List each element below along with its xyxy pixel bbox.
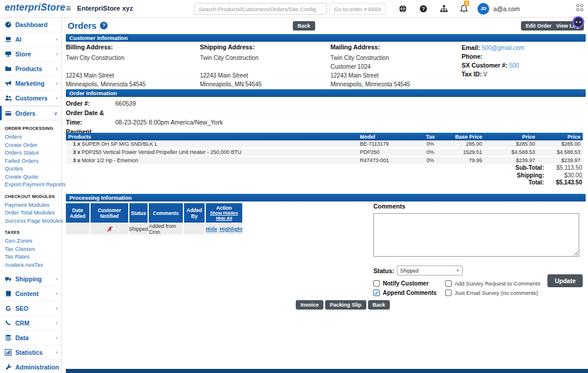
sidebar-item-ai[interactable]: AI ›: [0, 32, 61, 47]
notifications-bell-icon[interactable]: [460, 5, 468, 13]
bar-chart-icon: [5, 349, 12, 356]
hide-link[interactable]: Hide: [206, 226, 218, 232]
select-arrow-icon: ▾: [457, 268, 459, 273]
edit-order-button[interactable]: Edit Order: [521, 21, 556, 31]
sidebar-link-orders[interactable]: Orders: [0, 133, 61, 141]
customer-email-link[interactable]: 500@gmail.com: [482, 45, 524, 51]
sidebar-item-store[interactable]: Store ›: [0, 47, 61, 62]
sidebar-link-success-page-modules[interactable]: Success Page Modules: [0, 217, 61, 225]
shipping-line: 12243 Main Street: [200, 71, 330, 80]
sidebar-item-seo[interactable]: G SEO ›: [0, 301, 61, 316]
sidebar-item-label: Data: [15, 334, 55, 341]
processing-table-row: ✗ Shipped Added from Cron Hide Highlight: [66, 224, 243, 234]
app-logo[interactable]: enterpriStore: [5, 2, 65, 13]
sidebar-item-customers[interactable]: Customers ›: [0, 91, 61, 106]
update-button[interactable]: Update: [547, 274, 583, 287]
add-survey-request-checkbox[interactable]: [445, 280, 452, 287]
highlight-link[interactable]: Highlight: [219, 226, 242, 232]
product-total: $4,588.53: [536, 149, 583, 155]
sidebar-item-label: Marketing: [15, 80, 55, 87]
sidebar-item-orders[interactable]: Orders ∨: [0, 106, 61, 120]
product-model: PDP250: [360, 149, 416, 155]
sidebar-item-shipping[interactable]: Shipping ›: [0, 272, 61, 287]
sidebar-link-create-quote[interactable]: Create Quote: [0, 173, 61, 181]
comments-textarea[interactable]: [373, 213, 579, 257]
hamburger-menu-icon[interactable]: ≡: [66, 3, 71, 13]
notify-customer-checkbox[interactable]: [373, 280, 380, 287]
col-added-by: Added By: [184, 203, 206, 223]
user-avatar[interactable]: JD: [477, 3, 489, 15]
append-comments-checkbox[interactable]: [373, 290, 380, 296]
col-price-total: Price: [536, 134, 583, 140]
svg-text:G: G: [6, 305, 11, 312]
sidebar-item-label: CRM: [15, 320, 55, 327]
sidebar-link-orders-status[interactable]: Orders Status: [0, 149, 61, 157]
billing-line: Twin City Construction: [66, 53, 200, 62]
sx-customer-label: SX Customer #:: [462, 62, 507, 69]
mailing-line: 12243 Main Street: [330, 71, 462, 80]
globe-icon[interactable]: [399, 5, 407, 13]
sidebar-item-marketing[interactable]: Marketing ›: [0, 76, 61, 91]
sidebar-item-dashboard[interactable]: Dashboard: [0, 18, 61, 32]
processing-table: Date Added Customer Notified Status Comm…: [66, 203, 243, 234]
product-total: $285.00: [536, 141, 583, 147]
goto-order-input[interactable]: [329, 3, 386, 15]
just-email-survey-checkbox[interactable]: [445, 290, 452, 296]
chevron-right-icon: ›: [56, 36, 58, 42]
product-name: SUPER DH SP M/G SND/BLK L: [82, 141, 158, 147]
product-qty: 1 x: [73, 141, 81, 147]
sidebar-link-order-total-modules[interactable]: Order Total Modules: [0, 209, 61, 217]
back-button-top[interactable]: Back: [293, 21, 315, 31]
sidebar-link-avalara-avatax[interactable]: Avalara AvaTax: [0, 261, 61, 269]
shipping-line: Twin City Construction: [200, 53, 330, 62]
sidebar-section-title: ORDER PROCESSING: [0, 120, 61, 133]
help-icon[interactable]: ?: [419, 5, 427, 13]
invoice-button[interactable]: Invoice: [296, 300, 323, 310]
svg-text:?: ?: [422, 6, 425, 12]
product-model: BE-7113179: [360, 141, 416, 147]
row-added-by: [184, 224, 206, 234]
col-base-price: Base Price: [445, 134, 483, 140]
laptop-icon: [5, 36, 12, 43]
status-select[interactable]: Shipped ▾: [397, 266, 463, 275]
sidebar-link-export-payment-reports[interactable]: Export Payment Reports: [0, 180, 61, 189]
sidebar-link-create-order[interactable]: Create Order: [0, 141, 61, 149]
sidebar-item-administration[interactable]: Administration: [0, 360, 61, 373]
hide-all-link[interactable]: Hide All: [206, 216, 242, 221]
sx-customer-link[interactable]: 500: [509, 62, 519, 69]
order-number-value: 660539: [115, 100, 136, 107]
products-table: Products Model Tax Base Price Price Pric…: [66, 133, 583, 165]
sidebar-item-content[interactable]: Content ›: [0, 287, 61, 301]
sitemap-icon[interactable]: [440, 5, 448, 13]
back-button-bottom[interactable]: Back: [368, 300, 390, 310]
extension-robot-icon[interactable]: [572, 16, 584, 28]
order-date-label: Order Date & Time:: [66, 108, 115, 127]
packing-slip-button[interactable]: Packing Slip: [325, 300, 366, 310]
notification-badge: 3: [464, 1, 469, 6]
subtotal-label: Sub-Total:: [516, 164, 544, 171]
sidebar-link-geo-zones[interactable]: Geo Zones: [0, 237, 61, 245]
shipping-label: Shipping:: [517, 172, 544, 179]
mailing-line: Twin City Construction: [330, 53, 462, 62]
sidebar-link-payment-modules[interactable]: Payment Modules: [0, 201, 61, 209]
search-input[interactable]: [194, 3, 327, 15]
sidebar-section-title: CHECKOUT MODULES: [0, 189, 61, 201]
sidebar-link-quotes[interactable]: Quotes: [0, 164, 61, 173]
sidebar-link-tax-rates[interactable]: Tax Rates: [0, 253, 61, 261]
apps-grid-icon[interactable]: [575, 3, 584, 12]
sidebar-item-label: Customers: [15, 95, 55, 102]
sidebar-item-products[interactable]: Products ›: [0, 62, 61, 76]
shipping-line: Minneapolis, MN 54545: [200, 80, 330, 89]
billing-address-block: Billing Address: Twin City Construction …: [66, 43, 200, 89]
processing-table-header: Date Added Customer Notified Status Comm…: [66, 203, 243, 223]
sidebar-link-tax-classes[interactable]: Tax Classes: [0, 245, 61, 253]
col-price: Price: [483, 134, 536, 140]
sidebar-item-crm[interactable]: CRM ›: [0, 316, 61, 331]
product-name: PDP250 Vertical Power Vented Propeller U…: [82, 149, 242, 155]
sidebar-link-failed-orders[interactable]: Failed Orders: [0, 157, 61, 165]
sidebar-item-statistics[interactable]: Statistics ›: [0, 345, 61, 360]
page-help-icon[interactable]: ?: [100, 22, 108, 29]
bottom-buttons: Invoice Packing Slip Back: [296, 300, 390, 310]
mailing-line: Minneapolis, Minnesota 54545: [330, 80, 462, 89]
sidebar-item-data[interactable]: Data ›: [0, 331, 61, 345]
